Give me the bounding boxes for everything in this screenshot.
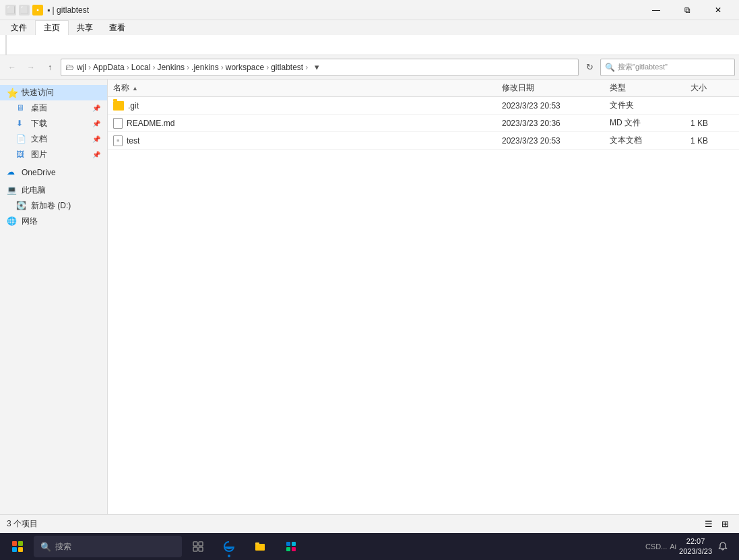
sidebar-item-documents[interactable]: 📄 文档 📌 [0,131,107,147]
tab-view[interactable]: 查看 [101,21,133,35]
taskbar-clock: 22:07 2023/3/23 [679,536,712,557]
file-list: 名称 ▲ 修改日期 类型 大小 .git 2023/3/23 20:53 [108,80,739,541]
tab-home[interactable]: 主页 [35,20,69,35]
search-placeholder: 搜索"gitlabtest" [618,62,668,72]
tab-share[interactable]: 共享 [69,21,101,35]
sidebar-item-download[interactable]: ⬇ 下载 📌 [0,116,107,131]
pin-icon-documents: 📌 [92,135,100,143]
star-icon: ⭐ [7,88,18,98]
title-bar: ⬜ ⬜ ▪ ▪ | gitlabtest — ⧉ ✕ [0,0,739,20]
path-dropdown[interactable]: ▾ [310,59,323,76]
sys-icons: CSD... Ai [645,542,676,551]
sidebar-item-quickaccess[interactable]: ⭐ 快速访问 [0,85,107,100]
table-row[interactable]: README.md 2023/3/23 20:36 MD 文件 1 KB [108,115,739,132]
file-name-col: ≡ test [108,132,496,149]
pin-icon-pictures: 📌 [92,151,100,158]
table-row[interactable]: .git 2023/3/23 20:53 文件夹 [108,97,739,115]
file-size-col: 1 KB [685,132,739,149]
details-view-button[interactable]: ☰ [701,517,716,532]
clock-time: 22:07 [679,536,712,547]
svg-rect-8 [286,547,290,551]
window-icon-2: ⬜ [19,5,30,15]
taskbar-search[interactable]: 🔍 搜索 [34,536,182,557]
sidebar-item-onedrive[interactable]: ☁ OneDrive [0,165,107,180]
sidebar-section-onedrive: ☁ OneDrive [0,165,107,180]
ribbon: 文件 主页 共享 查看 [0,20,739,55]
search-box[interactable]: 🔍 搜索"gitlabtest" [600,59,735,76]
svg-rect-9 [292,547,296,551]
pin-icon-download: 📌 [92,120,100,127]
col-type-label: 类型 [610,82,626,94]
status-bar: 3 个项目 ☰ ⊞ [0,514,739,533]
sidebar-label-drive-d: 新加卷 (D:) [31,200,71,212]
large-icons-view-button[interactable]: ⊞ [717,517,732,532]
file-name-col: README.md [108,115,496,131]
sidebar-label-thispc: 此电脑 [22,185,46,196]
sidebar-item-pictures[interactable]: 🖼 图片 📌 [0,147,107,162]
up-button[interactable]: ↑ [42,59,58,75]
pictures-icon: 🖼 [16,150,27,160]
file-modified-col: 2023/3/23 20:36 [496,115,604,131]
system-tray-text[interactable]: CSD... [645,542,667,551]
path-segment-gitlabtest: gitlabtest [271,63,303,72]
sidebar-section-quickaccess: ⭐ 快速访问 🖥 桌面 📌 ⬇ 下载 📌 📄 文档 📌 🖼 图片 � [0,85,107,162]
sidebar-label-pictures: 图片 [31,149,47,160]
item-count: 3 个项目 [7,518,38,530]
sidebar-section-thispc: 💻 此电脑 💽 新加卷 (D:) 🌐 网络 [0,183,107,229]
drive-icon: 💽 [16,201,27,212]
col-modified[interactable]: 修改日期 [496,81,604,95]
start-button[interactable] [3,533,32,560]
task-view-button[interactable] [183,533,213,560]
taskbar-search-label: 搜索 [55,541,71,553]
forward-button[interactable]: → [23,59,39,75]
store-icon [285,540,297,553]
col-type[interactable]: 类型 [604,81,685,95]
notification-button[interactable] [715,533,731,560]
explorer-button[interactable] [245,533,275,560]
network-icon: 🌐 [7,216,18,227]
sidebar-label-network: 网络 [22,216,38,227]
edge-button[interactable] [214,533,244,560]
maximize-button[interactable]: ⧉ [672,0,703,20]
sidebar-item-desktop[interactable]: 🖥 桌面 📌 [0,100,107,116]
address-path[interactable]: 🗁 wjl › AppData › Local › Jenkins › .jen… [61,59,579,76]
sort-arrow-name: ▲ [132,85,138,92]
svg-rect-5 [255,542,259,545]
main-area: ⭐ 快速访问 🖥 桌面 📌 ⬇ 下载 📌 📄 文档 📌 🖼 图片 � [0,80,739,541]
svg-rect-4 [255,544,265,551]
title-bar-controls: — ⧉ ✕ [641,0,734,20]
file-type: 文件夹 [610,100,634,111]
minimize-button[interactable]: — [641,0,672,20]
desktop-icon: 🖥 [16,103,27,114]
file-type: MD 文件 [610,117,641,129]
col-name[interactable]: 名称 ▲ [108,81,496,95]
taskbar: 🔍 搜索 [0,533,739,560]
sidebar-item-network[interactable]: 🌐 网络 [0,214,107,229]
table-row[interactable]: ≡ test 2023/3/23 20:53 文本文档 1 KB [108,132,739,150]
svg-rect-2 [193,547,197,551]
path-segment-workspace: workspace [226,63,264,72]
file-icon [113,118,123,129]
col-size[interactable]: 大小 [685,81,739,95]
col-modified-label: 修改日期 [502,82,534,94]
explorer-icon [254,540,266,553]
file-modified: 2023/3/23 20:53 [502,136,560,146]
svg-rect-7 [292,542,296,546]
window-title: ▪ | gitlabtest [47,5,641,15]
file-type-col: 文本文档 [604,132,685,149]
col-name-label: 名称 [113,82,129,94]
col-size-label: 大小 [690,82,707,94]
ribbon-content [0,35,739,55]
window-icon-3: ▪ [32,5,43,15]
taskbar-right: CSD... Ai 22:07 2023/3/23 [645,533,736,560]
refresh-button[interactable]: ↻ [581,59,598,75]
clock-date: 2023/3/23 [679,547,712,557]
sidebar-item-drive-d[interactable]: 💽 新加卷 (D:) [0,198,107,214]
back-button[interactable]: ← [4,59,20,75]
close-button[interactable]: ✕ [703,0,734,20]
sidebar-item-thispc[interactable]: 💻 此电脑 [0,183,107,198]
store-button[interactable] [276,533,306,560]
task-view-icon [193,541,203,552]
tab-file[interactable]: 文件 [3,21,35,35]
file-modified: 2023/3/23 20:36 [502,119,560,128]
